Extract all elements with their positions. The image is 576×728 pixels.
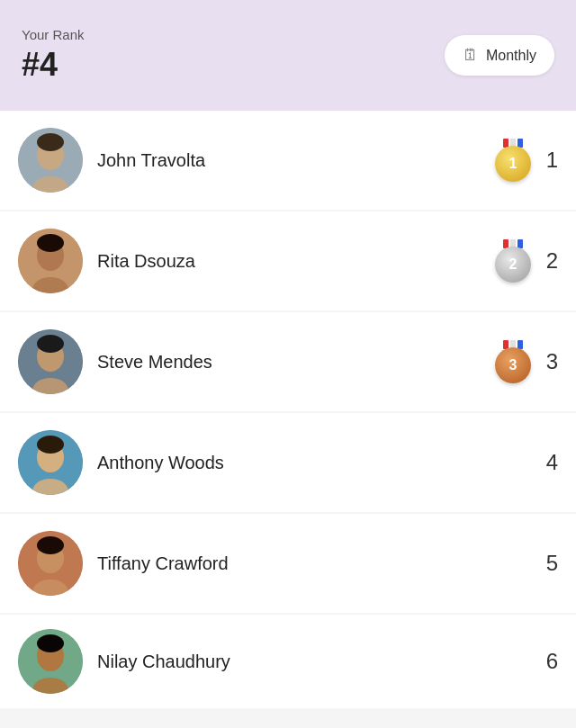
rank-number: 6	[540, 649, 558, 674]
person-name: Rita Dsouza	[97, 251, 481, 272]
svg-point-3	[37, 133, 64, 151]
rank-badge: 33	[495, 340, 558, 383]
list-item[interactable]: Tiffany Crawford5	[0, 514, 576, 613]
leaderboard-list: John Travolta 11 Rita Dsouza 22	[0, 111, 576, 708]
rank-number: 3	[540, 349, 558, 374]
list-item[interactable]: Steve Mendes 33	[0, 312, 576, 411]
rank-badge: 5	[540, 551, 558, 576]
person-name: Steve Mendes	[97, 352, 481, 373]
avatar	[18, 128, 83, 193]
rank-number: 1	[540, 148, 558, 173]
avatar	[18, 229, 83, 293]
rank-badge: 6	[540, 649, 558, 674]
avatar	[18, 629, 83, 694]
medal-silver: 2	[495, 239, 531, 283]
avatar	[18, 531, 83, 596]
medal-bronze: 3	[495, 340, 531, 383]
monthly-filter-button[interactable]: 🗓 Monthly	[445, 35, 554, 76]
svg-point-23	[37, 634, 64, 652]
list-item[interactable]: Nilay Chaudhury6	[0, 615, 576, 708]
rank-badge: 4	[540, 450, 558, 475]
svg-point-7	[37, 234, 64, 252]
rank-number: 4	[540, 450, 558, 475]
avatar	[18, 430, 83, 495]
rank-number: 5	[540, 551, 558, 576]
medal-gold: 1	[495, 139, 531, 182]
svg-point-11	[37, 335, 64, 353]
avatar	[18, 329, 83, 394]
user-rank-section: Your Rank #4	[22, 27, 85, 84]
rank-label: Your Rank	[22, 27, 85, 42]
list-item[interactable]: John Travolta 11	[0, 111, 576, 210]
rank-number: 2	[540, 248, 558, 274]
calendar-icon: 🗓	[463, 46, 479, 65]
person-name: Tiffany Crawford	[97, 553, 526, 574]
rank-value: #4	[22, 46, 85, 84]
rank-badge: 11	[495, 139, 558, 182]
person-name: John Travolta	[97, 150, 481, 171]
list-item[interactable]: Rita Dsouza 22	[0, 211, 576, 310]
rank-badge: 22	[495, 239, 558, 283]
svg-point-15	[37, 436, 64, 454]
list-item[interactable]: Anthony Woods4	[0, 413, 576, 512]
monthly-label: Monthly	[486, 48, 536, 64]
person-name: Nilay Chaudhury	[97, 652, 526, 672]
svg-point-19	[37, 536, 64, 554]
leaderboard-header: Your Rank #4 🗓 Monthly	[0, 0, 576, 111]
person-name: Anthony Woods	[97, 453, 526, 473]
